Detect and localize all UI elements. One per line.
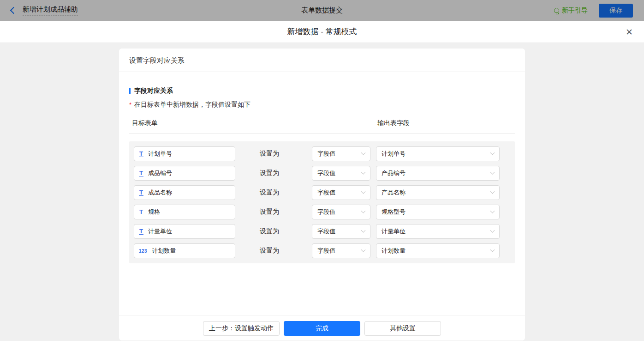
chevron-down-icon [361, 228, 366, 232]
value-mode-select-value: 字段值 [317, 188, 362, 197]
lightbulb-icon [554, 8, 559, 13]
mapping-row: T成品名称设置为字段值产品名称 [134, 185, 515, 200]
chevron-down-icon [490, 150, 495, 155]
mapping-row: T计划单号设置为字段值计划单号 [134, 146, 515, 161]
text-field-icon: T [139, 190, 143, 196]
target-field-box[interactable]: T规格 [134, 205, 235, 219]
chevron-down-icon [490, 228, 495, 232]
guide-label: 新手引导 [562, 6, 588, 15]
chevron-down-icon [490, 170, 495, 174]
text-field-icon: T [139, 229, 143, 235]
column-target-form: 目标表单 [132, 119, 377, 127]
output-field-select[interactable]: 计划单号 [376, 146, 500, 161]
target-field-label: 规格 [148, 208, 160, 216]
target-field-box[interactable]: T成品名称 [134, 185, 235, 200]
page-title: 表单数据提交 [0, 6, 644, 15]
target-field-label: 计量单位 [148, 227, 172, 236]
required-note: *在目标表单中新增数据，字段值设置如下 [129, 101, 515, 109]
value-mode-select[interactable]: 字段值 [312, 166, 370, 181]
target-field-label: 计划单号 [148, 150, 172, 158]
column-output-fields: 输出表字段 [377, 119, 410, 127]
other-settings-button[interactable]: 其他设置 [364, 321, 441, 336]
target-field-label: 计划数量 [152, 247, 176, 255]
mapping-panel: T计划单号设置为字段值计划单号T成品编号设置为字段值产品编号T成品名称设置为字段… [129, 141, 515, 263]
mapping-row: T规格设置为字段值规格型号 [134, 205, 515, 219]
value-mode-select[interactable]: 字段值 [312, 205, 370, 219]
value-mode-select[interactable]: 字段值 [312, 185, 370, 200]
required-asterisk: * [129, 101, 131, 108]
card-header: 设置字段对应关系 [119, 49, 525, 72]
target-field-box[interactable]: T计量单位 [134, 224, 235, 239]
chevron-down-icon [490, 189, 495, 194]
output-field-select-value: 规格型号 [382, 208, 491, 216]
output-field-select-value: 计划数量 [382, 247, 491, 255]
output-field-select[interactable]: 计划数量 [376, 243, 500, 258]
done-button[interactable]: 完成 [284, 321, 360, 336]
set-as-label: 设置为 [260, 150, 283, 158]
output-field-select-value: 产品编号 [382, 169, 491, 177]
value-mode-select[interactable]: 字段值 [312, 243, 370, 258]
card-footer: 上一步：设置触发动作 完成 其他设置 [119, 316, 525, 340]
set-as-label: 设置为 [260, 208, 283, 216]
beginner-guide-link[interactable]: 新手引导 [554, 6, 588, 15]
value-mode-select-value: 字段值 [317, 150, 362, 158]
number-field-icon: 123 [139, 249, 147, 254]
prev-step-button[interactable]: 上一步：设置触发动作 [203, 321, 280, 336]
target-field-box[interactable]: T成品编号 [134, 166, 235, 181]
mapping-row: 123计划数量设置为字段值计划数量 [134, 243, 515, 258]
section-accent-bar [129, 88, 131, 94]
output-field-select[interactable]: 计量单位 [376, 224, 500, 239]
dialog-header: 新增数据 - 常规模式 ✕ [0, 21, 644, 43]
target-field-box[interactable]: T计划单号 [134, 146, 235, 161]
text-field-icon: T [139, 170, 143, 176]
chevron-down-icon [361, 208, 366, 213]
text-field-icon: T [139, 209, 143, 215]
chevron-down-icon [361, 189, 366, 194]
chevron-down-icon [361, 150, 366, 155]
section-title-label: 字段对应关系 [134, 87, 173, 95]
save-button[interactable]: 保存 [599, 4, 633, 18]
value-mode-select-value: 字段值 [317, 247, 362, 255]
target-field-box[interactable]: 123计划数量 [134, 243, 235, 258]
mapping-row: T计量单位设置为字段值计量单位 [134, 224, 515, 239]
output-field-select-value: 计划单号 [382, 150, 491, 158]
value-mode-select[interactable]: 字段值 [312, 224, 370, 239]
set-as-label: 设置为 [260, 227, 283, 236]
set-as-label: 设置为 [260, 247, 283, 255]
value-mode-select[interactable]: 字段值 [312, 146, 370, 161]
card-content: 字段对应关系 *在目标表单中新增数据，字段值设置如下 目标表单 输出表字段 T计… [119, 72, 525, 316]
value-mode-select-value: 字段值 [317, 208, 362, 216]
value-mode-select-value: 字段值 [317, 227, 362, 236]
target-field-label: 成品名称 [148, 188, 172, 197]
required-note-text: 在目标表单中新增数据，字段值设置如下 [134, 101, 250, 108]
bottom-strip [0, 341, 644, 346]
output-field-select[interactable]: 产品名称 [376, 185, 500, 200]
column-headers: 目标表单 输出表字段 [129, 119, 515, 134]
output-field-select-value: 计量单位 [382, 227, 491, 236]
section-title: 字段对应关系 [129, 87, 515, 95]
mapping-row: T成品编号设置为字段值产品编号 [134, 166, 515, 181]
set-as-label: 设置为 [260, 169, 283, 177]
text-field-icon: T [139, 151, 143, 157]
dialog-title: 新增数据 - 常规模式 [287, 26, 357, 37]
chevron-down-icon [361, 247, 366, 252]
output-field-select[interactable]: 产品编号 [376, 166, 500, 181]
target-field-label: 成品编号 [148, 169, 172, 177]
value-mode-select-value: 字段值 [317, 169, 362, 177]
chevron-down-icon [361, 170, 366, 174]
dialog-body: 设置字段对应关系 字段对应关系 *在目标表单中新增数据，字段值设置如下 目标表单… [0, 43, 644, 341]
output-field-select[interactable]: 规格型号 [376, 205, 500, 219]
output-field-select-value: 产品名称 [382, 188, 491, 197]
topbar: 新增计划成品辅助 表单数据提交 新手引导 保存 [0, 0, 644, 21]
set-as-label: 设置为 [260, 188, 283, 197]
chevron-down-icon [490, 247, 495, 252]
field-mapping-card: 设置字段对应关系 字段对应关系 *在目标表单中新增数据，字段值设置如下 目标表单… [119, 49, 525, 340]
chevron-down-icon [490, 208, 495, 213]
close-icon[interactable]: ✕ [626, 27, 633, 36]
